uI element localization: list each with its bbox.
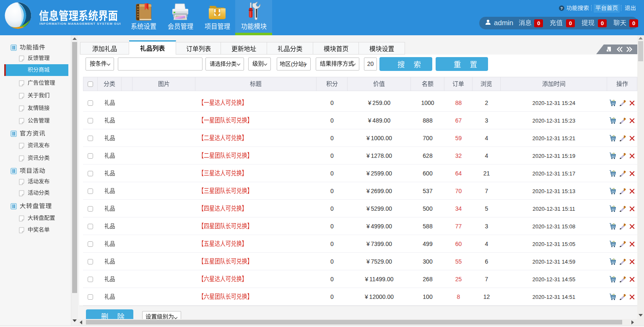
svg-text:?: ? [561, 6, 563, 10]
